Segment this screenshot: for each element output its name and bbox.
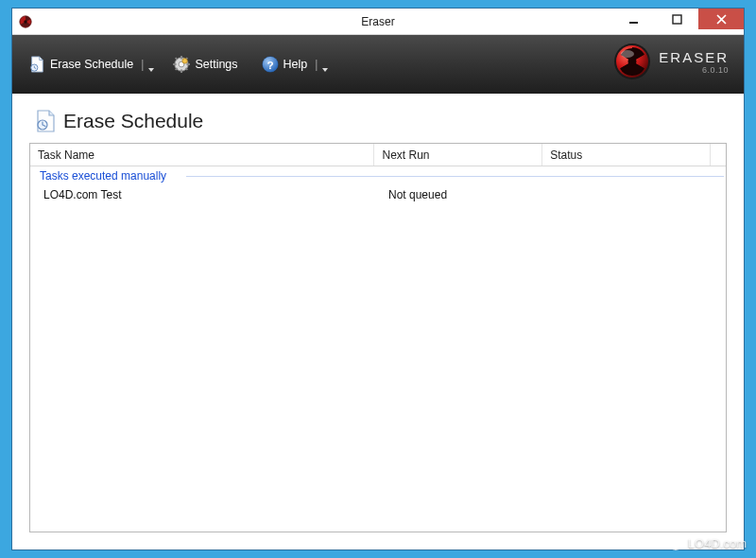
toolbar-separator: | xyxy=(315,58,318,71)
app-window: Eraser Erase Schedule xyxy=(11,8,745,550)
erase-schedule-button[interactable]: Erase Schedule xyxy=(22,51,139,78)
group-label: Tasks executed manually xyxy=(40,169,172,183)
svg-rect-8 xyxy=(173,63,177,65)
brand-version: 6.0.10 xyxy=(659,65,729,75)
cell-next-run: Not queued xyxy=(375,185,543,204)
svg-text:?: ? xyxy=(266,59,273,71)
help-icon: ? xyxy=(261,55,280,74)
settings-label: Settings xyxy=(195,58,237,71)
column-task-name[interactable]: Task Name xyxy=(30,144,374,166)
page-schedule-icon xyxy=(35,109,56,133)
cell-status xyxy=(543,185,712,204)
grid-header: Task Name Next Run Status xyxy=(30,144,726,166)
task-grid[interactable]: Task Name Next Run Status Tasks executed… xyxy=(29,143,727,532)
column-blank xyxy=(711,144,726,166)
svg-rect-2 xyxy=(629,22,638,24)
help-button[interactable]: ? Help xyxy=(255,51,314,78)
toolbar-separator: | xyxy=(141,58,144,71)
brand-name: ERASER xyxy=(659,49,729,65)
toolbar: Erase Schedule | xyxy=(12,35,744,94)
help-label: Help xyxy=(284,58,308,71)
settings-button[interactable]: Settings xyxy=(166,51,243,78)
page-title: Erase Schedule xyxy=(63,110,203,132)
schedule-icon xyxy=(27,55,46,74)
svg-rect-9 xyxy=(187,63,191,65)
window-controls xyxy=(611,9,744,34)
column-status[interactable]: Status xyxy=(542,144,711,166)
erase-schedule-label: Erase Schedule xyxy=(50,58,133,71)
gear-icon xyxy=(172,55,191,74)
minimize-button[interactable] xyxy=(611,9,655,29)
brand-radiation-icon xyxy=(613,43,651,80)
cell-task-name: LO4D.com Test xyxy=(30,185,375,204)
brand: ERASER 6.0.10 xyxy=(613,43,729,80)
svg-point-15 xyxy=(182,59,187,63)
svg-rect-7 xyxy=(180,69,182,73)
page-header: Erase Schedule xyxy=(35,109,727,133)
group-header[interactable]: Tasks executed manually xyxy=(30,166,726,185)
titlebar: Eraser xyxy=(12,9,744,35)
svg-rect-3 xyxy=(673,15,681,24)
svg-point-22 xyxy=(621,50,634,58)
maximize-button[interactable] xyxy=(655,9,698,29)
group-divider xyxy=(186,176,724,177)
svg-rect-6 xyxy=(180,56,182,60)
close-button[interactable] xyxy=(698,9,744,29)
table-row[interactable]: LO4D.com Test Not queued xyxy=(30,185,726,204)
svg-point-21 xyxy=(628,58,637,66)
help-dropdown[interactable] xyxy=(321,61,329,68)
column-next-run[interactable]: Next Run xyxy=(374,144,542,166)
content-area: Erase Schedule Task Name Next Run Status… xyxy=(12,94,744,549)
erase-schedule-dropdown[interactable] xyxy=(147,61,155,68)
app-icon xyxy=(18,14,33,29)
